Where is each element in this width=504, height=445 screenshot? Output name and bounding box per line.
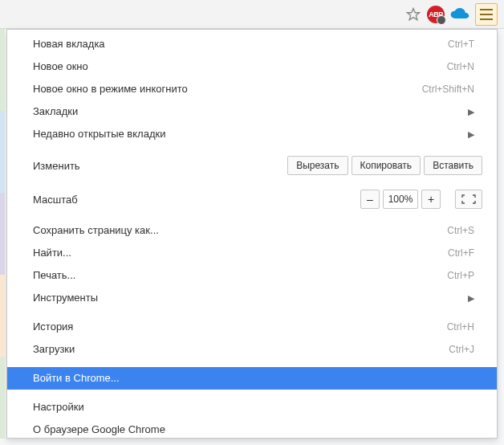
menu-item-label: Недавно открытые вкладки xyxy=(33,127,458,141)
menu-item-label: Печать... xyxy=(33,268,447,283)
zoom-value: 100% xyxy=(383,190,418,209)
paste-button[interactable]: Вставить xyxy=(424,156,482,175)
menu-zoom-row: Масштаб – 100% + xyxy=(7,186,497,213)
menu-item-label: Инструменты xyxy=(33,291,458,305)
menu-item-settings[interactable]: Настройки xyxy=(7,396,497,418)
background-page-stripe xyxy=(0,29,5,439)
menu-item-recent-tabs[interactable]: Недавно открытые вкладки ▶ xyxy=(7,123,497,145)
menu-item-tools[interactable]: Инструменты ▶ xyxy=(7,287,497,309)
menu-button[interactable] xyxy=(475,3,498,26)
menu-item-label: Новая вкладка xyxy=(33,37,448,51)
submenu-caret-icon: ▶ xyxy=(458,291,474,305)
menu-item-bookmarks[interactable]: Закладки ▶ xyxy=(7,100,497,123)
main-menu: Новая вкладка Ctrl+T Новое окно Ctrl+N Н… xyxy=(6,29,498,439)
menu-item-shortcut: Ctrl+N xyxy=(447,59,474,74)
cut-button[interactable]: Вырезать xyxy=(287,156,348,175)
menu-item-incognito[interactable]: Новое окно в режиме инкогнито Ctrl+Shift… xyxy=(7,78,497,100)
menu-item-print[interactable]: Печать... Ctrl+P xyxy=(7,264,497,287)
browser-toolbar: ABP xyxy=(0,0,504,29)
abp-extension-icon[interactable]: ABP xyxy=(427,6,445,23)
menu-item-downloads[interactable]: Загрузки Ctrl+J xyxy=(7,338,497,361)
menu-item-label: История xyxy=(33,320,447,334)
menu-item-new-window[interactable]: Новое окно Ctrl+N xyxy=(7,55,497,78)
copy-button[interactable]: Копировать xyxy=(352,156,421,175)
menu-item-label: Новое окно xyxy=(33,59,447,74)
submenu-caret-icon: ▶ xyxy=(458,104,474,119)
menu-edit-row: Изменить Вырезать Копировать Вставить xyxy=(7,152,497,179)
menu-item-label: Настройки xyxy=(33,400,474,414)
menu-item-label: Изменить xyxy=(33,160,276,172)
star-icon[interactable] xyxy=(404,6,422,23)
menu-item-label: Сохранить страницу как... xyxy=(33,223,447,238)
menu-item-shortcut: Ctrl+T xyxy=(448,37,474,51)
menu-item-find[interactable]: Найти... Ctrl+F xyxy=(7,242,497,264)
menu-item-shortcut: Ctrl+F xyxy=(448,246,474,260)
cloud-extension-icon[interactable] xyxy=(449,7,470,22)
zoom-in-button[interactable]: + xyxy=(421,190,441,209)
menu-item-label: Новое окно в режиме инкогнито xyxy=(33,82,422,96)
menu-item-label: Загрузки xyxy=(33,342,449,357)
menu-item-label: Закладки xyxy=(33,104,458,119)
menu-item-label: Найти... xyxy=(33,246,448,260)
menu-item-sign-in[interactable]: Войти в Chrome... xyxy=(7,367,497,390)
menu-item-shortcut: Ctrl+P xyxy=(447,268,474,283)
menu-item-save-as[interactable]: Сохранить страницу как... Ctrl+S xyxy=(7,219,497,242)
edit-button-group: Вырезать Копировать Вставить xyxy=(287,156,482,175)
submenu-caret-icon: ▶ xyxy=(458,127,474,141)
zoom-out-button[interactable]: – xyxy=(360,190,380,209)
menu-item-about[interactable]: О браузере Google Chrome xyxy=(7,418,497,439)
zoom-controls: – 100% + xyxy=(360,190,441,209)
menu-item-shortcut: Ctrl+Shift+N xyxy=(422,82,474,96)
menu-item-label: О браузере Google Chrome xyxy=(33,423,474,437)
menu-item-shortcut: Ctrl+H xyxy=(447,320,474,334)
menu-item-new-tab[interactable]: Новая вкладка Ctrl+T xyxy=(7,33,497,55)
menu-item-shortcut: Ctrl+S xyxy=(447,223,474,238)
menu-item-shortcut: Ctrl+J xyxy=(449,342,474,357)
menu-item-history[interactable]: История Ctrl+H xyxy=(7,316,497,338)
fullscreen-button[interactable] xyxy=(455,190,482,209)
svg-marker-0 xyxy=(408,8,420,19)
menu-item-label: Войти в Chrome... xyxy=(33,371,474,386)
menu-item-label: Масштаб xyxy=(33,194,352,206)
